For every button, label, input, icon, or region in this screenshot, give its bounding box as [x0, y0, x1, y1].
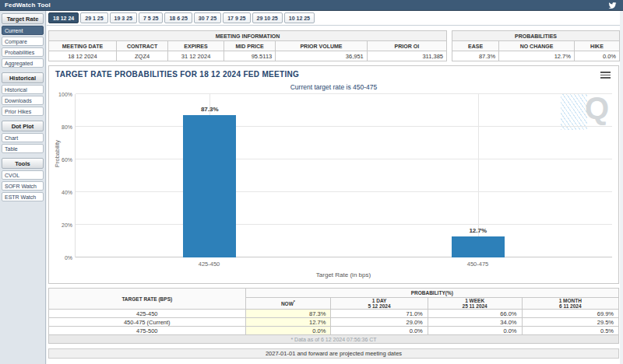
ease-value: 87.3% [452, 51, 499, 61]
sidebar-item-estr-watch[interactable]: ESTR Watch [2, 192, 44, 201]
now-probability: 0.0% [245, 327, 331, 335]
col-prior-volume: PRIOR VOLUME [276, 41, 368, 51]
y-tick: 60% [49, 157, 72, 163]
y-tick: 0% [49, 255, 72, 261]
week-probability: 34.0% [428, 318, 522, 327]
sidebar-item-probabilities[interactable]: Probabilities [2, 47, 44, 57]
table-row: 425-450 87.3% 71.0% 66.0% 69.9% [49, 310, 619, 318]
prior-oi-value: 311,385 [367, 51, 446, 61]
probabilities-title: PROBABILITIES [452, 31, 620, 41]
x-category-label: 425-450 [75, 261, 343, 268]
rate-range-label: 425-450 [49, 310, 246, 318]
probability-chart-panel: TARGET RATE PROBABILITIES FOR 18 12 2024… [48, 65, 619, 284]
col-1-week: 1 WEEK25 11 2024 [428, 298, 522, 310]
col-1-day: 1 DAY5 12 2024 [331, 298, 428, 310]
x-axis-labels: 425-450 450-475 [75, 261, 612, 268]
col-mid-price: MID PRICE [224, 41, 275, 51]
tab-meeting-1[interactable]: 29 1 25 [80, 12, 107, 23]
twitter-icon[interactable] [608, 2, 617, 9]
tab-meeting-0[interactable]: 18 12 24 [48, 12, 79, 23]
col-target-rate-bps: TARGET RATE (BPS) [49, 289, 246, 310]
tab-meeting-2[interactable]: 19 3 25 [110, 12, 137, 23]
y-tick: 80% [49, 124, 72, 130]
col-prior-oi: PRIOR OI [367, 41, 446, 51]
probability-history-table: TARGET RATE (BPS) PROBABILITY(%) NOW* 1 … [48, 288, 619, 344]
sidebar-header-historical: Historical [2, 72, 44, 83]
y-tick: 20% [49, 222, 72, 228]
rate-range-label: 475-500 [49, 327, 246, 335]
bar-value-label: 87.3% [201, 106, 219, 113]
projected-dates-note: 2027-01-01 and forward are projected mee… [48, 348, 619, 359]
sidebar: Target Rate Current Compare Probabilitie… [0, 11, 46, 364]
y-tick: 40% [49, 190, 72, 195]
probability-bar-425-450[interactable] [183, 115, 236, 257]
sidebar-item-sofr-watch[interactable]: SOFR Watch [2, 181, 44, 191]
chart-export-menu-icon[interactable] [600, 72, 611, 80]
sidebar-item-cvol[interactable]: CVOL [2, 170, 44, 180]
day-probability: 0.0% [331, 327, 428, 335]
col-now: NOW* [245, 298, 331, 310]
meeting-tabstrip: 18 12 24 29 1 25 19 3 25 7 5 25 18 6 25 … [47, 11, 620, 26]
y-axis-title: Probability [54, 140, 61, 167]
plot-area: 0% 20% 40% 60% 80% 100% 87.3% 12.7% [75, 94, 612, 257]
probability-bar-450-475[interactable] [452, 236, 505, 257]
tab-meeting-7[interactable]: 29 10 25 [252, 12, 283, 23]
col-1-month: 1 MONTH6 11 2024 [522, 298, 618, 310]
y-tick: 100% [49, 92, 72, 97]
tab-meeting-6[interactable]: 17 9 25 [223, 12, 250, 23]
col-hike: HIKE [574, 41, 619, 51]
app-title: FedWatch Tool [0, 0, 623, 10]
day-probability: 29.0% [331, 318, 428, 327]
day-probability: 71.0% [331, 310, 428, 318]
sidebar-item-compare[interactable]: Compare [2, 37, 44, 46]
hike-value: 0.0% [574, 51, 619, 61]
month-probability: 29.5% [522, 318, 618, 327]
meeting-information-box: MEETING INFORMATION MEETING DATE CONTRAC… [48, 30, 447, 61]
week-probability: 0.0% [428, 327, 522, 335]
col-group-probability: PROBABILITY(%) [245, 289, 618, 298]
col-expires: EXPIRES [168, 41, 224, 51]
x-axis-title: Target Rate (in bps) [75, 271, 612, 278]
now-probability: 12.7% [245, 318, 331, 327]
sidebar-header-target-rate: Target Rate [2, 13, 44, 24]
month-probability: 0.5% [522, 327, 618, 335]
sidebar-header-tools: Tools [2, 158, 44, 169]
sidebar-item-aggregated[interactable]: Aggregated [2, 58, 44, 68]
meeting-date-value: 18 12 2024 [49, 51, 117, 61]
tab-meeting-4[interactable]: 18 6 25 [164, 12, 192, 23]
fedwatch-tool-window: FedWatch Tool Target Rate Current Compar… [0, 0, 623, 364]
expires-value: 31 12 2024 [168, 51, 224, 61]
sidebar-item-prior-hikes[interactable]: Prior Hikes [2, 107, 44, 116]
chart-subtitle: Current target rate is 450-475 [49, 83, 618, 91]
sidebar-item-downloads[interactable]: Downloads [2, 96, 44, 105]
contract-value: ZQZ4 [116, 51, 167, 61]
main-panel: 18 12 24 29 1 25 19 3 25 7 5 25 18 6 25 … [47, 11, 620, 364]
tab-meeting-8[interactable]: 10 12 25 [284, 12, 315, 23]
tab-meeting-5[interactable]: 30 7 25 [194, 12, 221, 23]
chart-title: TARGET RATE PROBABILITIES FOR 18 12 2024… [55, 70, 299, 79]
col-ease: EASE [452, 41, 499, 51]
meeting-info-title: MEETING INFORMATION [49, 31, 447, 41]
table-row: 475-500 0.0% 0.0% 0.0% 0.5% [49, 327, 619, 335]
prior-volume-value: 36,951 [276, 51, 368, 61]
sidebar-item-table[interactable]: Table [2, 144, 44, 153]
probabilities-box: PROBABILITIES EASE NO CHANGE HIKE 87.3% … [452, 30, 620, 61]
x-category-label: 450-475 [343, 261, 612, 268]
now-probability: 87.3% [245, 310, 331, 318]
col-meeting-date: MEETING DATE [49, 41, 117, 51]
month-probability: 69.9% [522, 310, 618, 318]
rate-range-label: 450-475 (Current) [49, 318, 246, 327]
table-row: 450-475 (Current) 12.7% 29.0% 34.0% 29.5… [49, 318, 619, 327]
mid-price-value: 95.5113 [224, 51, 275, 61]
data-as-of-footnote: * Data as of 6 12 2024 07:56:36 CT [49, 335, 619, 344]
sidebar-item-historical[interactable]: Historical [2, 85, 44, 94]
sidebar-item-current[interactable]: Current [2, 26, 44, 35]
sidebar-header-dot-plot: Dot Plot [2, 121, 44, 131]
no-change-value: 12.7% [499, 51, 575, 61]
col-no-change: NO CHANGE [499, 41, 575, 51]
tab-meeting-3[interactable]: 7 5 25 [139, 12, 163, 23]
col-contract: CONTRACT [116, 41, 167, 51]
sidebar-item-chart[interactable]: Chart [2, 133, 44, 142]
app-header: FedWatch Tool [0, 0, 623, 11]
week-probability: 66.0% [428, 310, 522, 318]
